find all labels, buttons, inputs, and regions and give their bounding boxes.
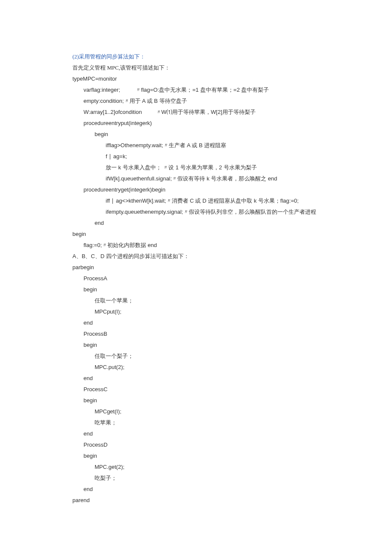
code-line: empty:condition;〃用于 A 或 B 等待空盘子 <box>72 96 320 107</box>
code-line: end <box>72 373 320 384</box>
code-line: typeMPC=monitor <box>72 73 320 84</box>
code-line: ifflag>Othenempty.wait;〃生产者 A 或 B 进程阻塞 <box>72 140 320 151</box>
code-line: 任取一个梨子； <box>72 351 320 362</box>
code-line: ifW[k].queuethenfull.signal;〃假设有等待 k 号水果… <box>72 173 320 184</box>
code-line: 任取一个苹果； <box>72 295 320 306</box>
code-line: 放一 k 号水果入盘中； 〃设 1 号水果为苹果，2 号水果为梨子 <box>72 162 320 173</box>
code-line: begin <box>72 340 320 351</box>
code-line: 吃苹果； <box>72 417 320 428</box>
document-body: (2)采用管程的同步算法如下：首先定义管程 MPC,该管程可描述如下：typeM… <box>72 51 320 506</box>
code-line: MPC.get(2); <box>72 462 320 473</box>
code-line: A、B、C、D 四个进程的同步算法可描述如下： <box>72 251 320 262</box>
code-line: (2)采用管程的同步算法如下： <box>72 51 320 62</box>
code-line: f ∣ ag=k; <box>72 151 320 162</box>
code-line: MPC.put(2); <box>72 362 320 373</box>
code-line: begin <box>72 129 320 140</box>
code-line: ifempty.queuethenempty.signal;〃假设等待队列非空，… <box>72 206 320 218</box>
code-line: parbegin <box>72 262 320 273</box>
code-line: end <box>72 218 320 229</box>
code-line: flag:=0;〃初始化内部数据 end <box>72 240 320 251</box>
code-line: ProcessA <box>72 273 320 284</box>
code-line: end <box>72 317 320 328</box>
code-line: begin <box>72 450 320 462</box>
code-line: parend <box>72 495 320 506</box>
code-line: varflag:integer; 〃flag=O:盘中无水果；=1 盘中有苹果；… <box>72 84 320 96</box>
code-line: MPCput(I); <box>72 306 320 317</box>
code-line: iff ∣ ag<>kthenW[k].wait;〃消费者 C 或 D 进程阻塞… <box>72 195 320 206</box>
code-line: end <box>72 484 320 495</box>
code-line: procedureentryget(integerk)begin <box>72 184 320 195</box>
code-line: begin <box>72 284 320 295</box>
code-line: procedureentryput(integerk) <box>72 118 320 129</box>
code-line: W:array[1..2]ofcondition 〃W⑴用于等待苹果，W[2]用… <box>72 107 320 118</box>
code-line: 首先定义管程 MPC,该管程可描述如下： <box>72 62 320 73</box>
code-line: 吃梨子； <box>72 473 320 484</box>
code-line: MPCget(I); <box>72 406 320 417</box>
code-line: begin <box>72 229 320 240</box>
code-line: begin <box>72 395 320 406</box>
code-line: end <box>72 428 320 439</box>
code-line: ProcessB <box>72 328 320 340</box>
code-line: ProcessC <box>72 384 320 395</box>
code-line: ProcessD <box>72 439 320 450</box>
